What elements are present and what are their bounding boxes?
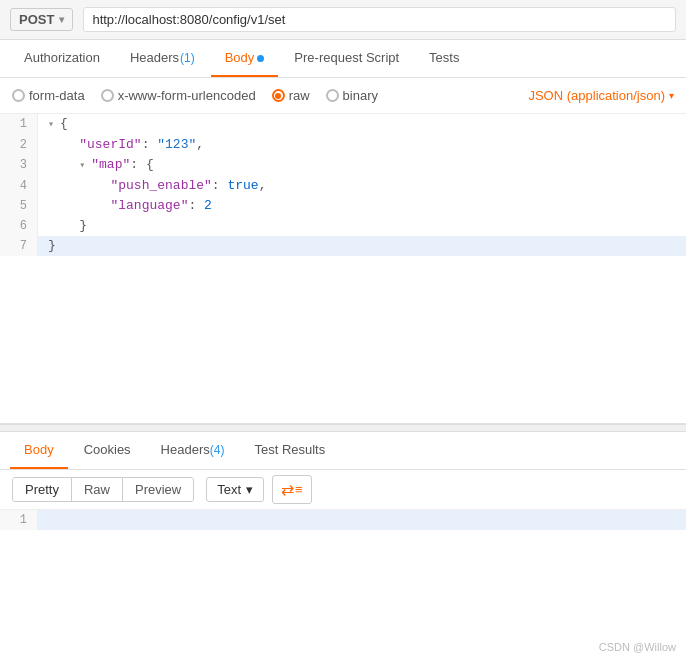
- response-tab-nav: Body Cookies Headers(4) Test Results: [0, 432, 686, 470]
- line-num-5: 5: [0, 196, 38, 216]
- line-num-3: 3: [0, 155, 38, 176]
- code-line-5: 5 "language": 2: [0, 196, 686, 216]
- option-form-data[interactable]: form-data: [12, 88, 85, 103]
- line-content-6: }: [38, 216, 87, 236]
- response-section: Body Cookies Headers(4) Test Results Pre…: [0, 432, 686, 600]
- resp-headers-badge: (4): [210, 443, 225, 457]
- code-line-6: 6 }: [0, 216, 686, 236]
- top-bar: POST ▾: [0, 0, 686, 40]
- method-chevron: ▾: [59, 14, 64, 25]
- resp-tab-body[interactable]: Body: [10, 432, 68, 469]
- response-toolbar: Pretty Raw Preview Text ▾ ⇄ ≡: [0, 470, 686, 510]
- code-line-4: 4 "push_enable": true,: [0, 176, 686, 196]
- method-label: POST: [19, 12, 54, 27]
- resp-tab-headers[interactable]: Headers(4): [147, 432, 239, 469]
- wrap-lines-icon: ≡: [295, 482, 303, 497]
- pretty-button[interactable]: Pretty: [13, 478, 72, 501]
- label-binary: binary: [343, 88, 378, 103]
- resp-line-content-1: [38, 510, 48, 530]
- code-line-1: 1 ▾ {: [0, 114, 686, 135]
- tab-headers[interactable]: Headers(1): [116, 40, 209, 77]
- tab-pre-request-script[interactable]: Pre-request Script: [280, 40, 413, 77]
- method-selector[interactable]: POST ▾: [10, 8, 73, 31]
- json-type-chevron: ▾: [669, 90, 674, 101]
- preview-button[interactable]: Preview: [123, 478, 193, 501]
- tab-tests[interactable]: Tests: [415, 40, 473, 77]
- wrap-button[interactable]: ⇄ ≡: [272, 475, 312, 504]
- resp-tab-cookies[interactable]: Cookies: [70, 432, 145, 469]
- view-mode-group: Pretty Raw Preview: [12, 477, 194, 502]
- radio-raw: [272, 89, 285, 102]
- resp-line-num-1: 1: [0, 510, 38, 530]
- label-form-data: form-data: [29, 88, 85, 103]
- line-num-6: 6: [0, 216, 38, 236]
- tab-authorization[interactable]: Authorization: [10, 40, 114, 77]
- request-tab-nav: Authorization Headers(1) Body Pre-reques…: [0, 40, 686, 78]
- line-num-2: 2: [0, 135, 38, 155]
- line-content-2: "userId": "123",: [38, 135, 204, 155]
- response-body-area[interactable]: 1: [0, 510, 686, 600]
- watermark: CSDN @Willow: [599, 641, 676, 653]
- line-content-4: "push_enable": true,: [38, 176, 266, 196]
- line-content-3: ▾ "map": {: [38, 155, 154, 176]
- line-num-4: 4: [0, 176, 38, 196]
- radio-form-data: [12, 89, 25, 102]
- line-num-7: 7: [0, 236, 38, 256]
- text-type-chevron: ▾: [246, 482, 253, 497]
- tab-body[interactable]: Body: [211, 40, 279, 77]
- body-options-bar: form-data x-www-form-urlencoded raw bina…: [0, 78, 686, 114]
- raw-button[interactable]: Raw: [72, 478, 123, 501]
- url-input[interactable]: [83, 7, 676, 32]
- text-type-dropdown[interactable]: Text ▾: [206, 477, 264, 502]
- label-x-www: x-www-form-urlencoded: [118, 88, 256, 103]
- label-raw: raw: [289, 88, 310, 103]
- text-type-label: Text: [217, 482, 241, 497]
- option-raw[interactable]: raw: [272, 88, 310, 103]
- code-line-3: 3 ▾ "map": {: [0, 155, 686, 176]
- radio-binary: [326, 89, 339, 102]
- body-badge-dot: [257, 55, 264, 62]
- code-line-7: 7 }: [0, 236, 686, 256]
- option-x-www-form-urlencoded[interactable]: x-www-form-urlencoded: [101, 88, 256, 103]
- request-body-editor[interactable]: 1 ▾ { 2 "userId": "123", 3 ▾ "map": { 4 …: [0, 114, 686, 424]
- headers-badge: (1): [180, 51, 195, 65]
- resp-code-line-1: 1: [0, 510, 686, 530]
- line-content-1: ▾ {: [38, 114, 68, 135]
- section-divider: [0, 424, 686, 432]
- line-num-1: 1: [0, 114, 38, 135]
- json-type-label: JSON (application/json): [528, 88, 665, 103]
- line-content-5: "language": 2: [38, 196, 212, 216]
- option-binary[interactable]: binary: [326, 88, 378, 103]
- code-line-2: 2 "userId": "123",: [0, 135, 686, 155]
- line-content-7: }: [38, 236, 56, 256]
- resp-tab-test-results[interactable]: Test Results: [240, 432, 339, 469]
- json-type-selector[interactable]: JSON (application/json) ▾: [528, 88, 674, 103]
- wrap-icon: ⇄: [281, 480, 294, 499]
- radio-x-www: [101, 89, 114, 102]
